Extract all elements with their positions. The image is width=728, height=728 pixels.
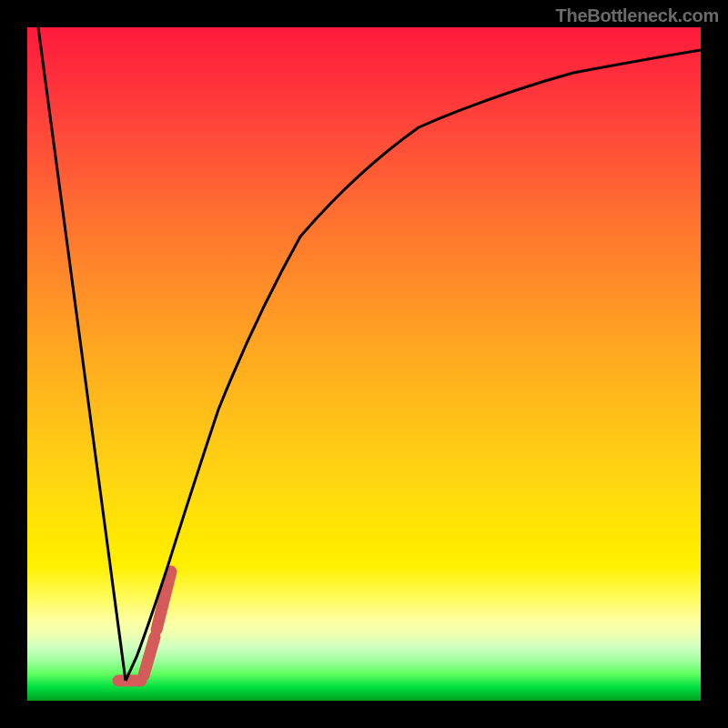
left-falling-line — [38, 27, 126, 681]
highlight-segment-2 — [144, 637, 155, 675]
chart-container: TheBottleneck.com — [0, 0, 728, 728]
log-curve — [126, 50, 701, 681]
plot-area — [27, 27, 701, 701]
watermark-text: TheBottleneck.com — [556, 5, 719, 26]
chart-svg — [27, 27, 701, 701]
